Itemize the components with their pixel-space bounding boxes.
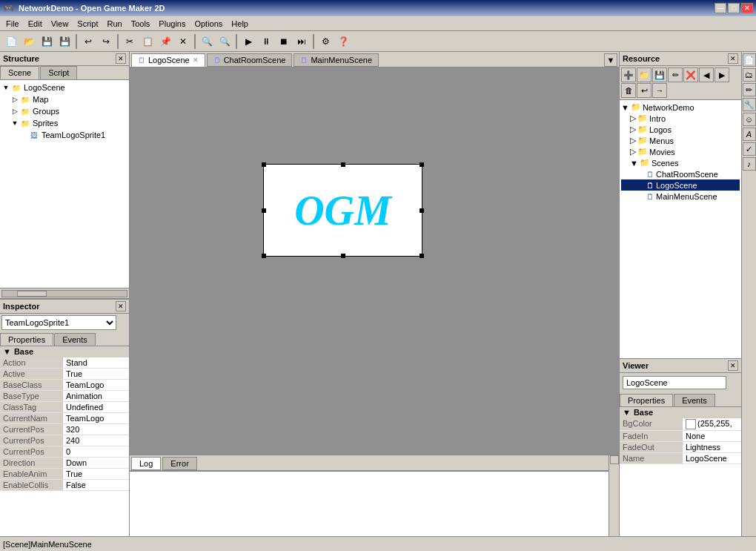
tree-item-teamlogosprite[interactable]: 🖼 TeamLogoSprite1 [1, 129, 127, 141]
handle-br[interactable] [420, 254, 424, 258]
menu-help[interactable]: Help [227, 18, 253, 30]
tree-item-map[interactable]: ▷ 📁 Map [1, 93, 127, 105]
tb-help[interactable]: ❓ [335, 33, 351, 50]
inspector-object-select[interactable]: TeamLogoSprite1 [1, 315, 116, 330]
tb-stop[interactable]: ⏹ [276, 33, 292, 50]
menu-file[interactable]: File [1, 18, 24, 30]
hscroll-track[interactable] [1, 290, 127, 297]
structure-hscroll[interactable] [0, 288, 129, 298]
handle-tl[interactable] [262, 162, 266, 167]
tb-delete[interactable]: ✕ [175, 33, 191, 50]
side-icon-music[interactable]: ♪ [743, 157, 756, 171]
scene-tab-dropdown[interactable]: ▼ [604, 53, 617, 67]
res-btn-add[interactable]: ➕ [621, 67, 636, 82]
log-tab-log[interactable]: Log [131, 457, 161, 470]
side-icon-smiley[interactable]: ☺ [743, 113, 756, 126]
handle-bm[interactable] [341, 254, 345, 258]
res-item-movies[interactable]: ▷ 📁 Movies [621, 146, 740, 157]
structure-close[interactable]: ✕ [116, 53, 126, 64]
log-scrollbar[interactable] [609, 455, 619, 536]
inspector-prop-scroll[interactable]: Action Stand Active True BaseClass TeamL… [0, 357, 129, 521]
scene-tab-logoscene[interactable]: 🗒 LogoScene ✕ [131, 53, 205, 67]
hscroll-thumb[interactable] [17, 291, 47, 297]
close-button[interactable]: ✕ [741, 3, 753, 13]
side-icon-edit[interactable]: ✏ [743, 83, 756, 96]
viewer-close[interactable]: ✕ [728, 360, 738, 371]
scene-tab-close-logo[interactable]: ✕ [193, 56, 199, 64]
side-icon-folder[interactable]: 🗂 [743, 68, 756, 82]
tb-settings[interactable]: ⚙ [317, 33, 334, 50]
prop-tab-events[interactable]: Events [54, 333, 96, 346]
res-btn-folder[interactable]: 📁 [637, 67, 651, 82]
prop-tab-properties[interactable]: Properties [0, 333, 53, 346]
viewer-tab-events[interactable]: Events [674, 394, 715, 406]
res-item-intro[interactable]: ▷ 📁 Intro [621, 113, 740, 124]
menu-options[interactable]: Options [190, 18, 227, 30]
expand-icon[interactable]: ▼ [3, 347, 11, 356]
res-btn-trash[interactable]: 🗑 [621, 83, 636, 98]
menu-run[interactable]: Run [102, 18, 126, 30]
tb-save2[interactable]: 💾 [56, 33, 73, 50]
viewer-expand-icon[interactable]: ▼ [623, 408, 631, 417]
menu-tools[interactable]: Tools [127, 18, 155, 30]
side-icon-wrench[interactable]: 🔧 [743, 98, 756, 111]
tb-paste[interactable]: 📌 [157, 33, 173, 50]
res-toggle-scenes[interactable]: ▼ [630, 159, 638, 168]
handle-tm[interactable] [341, 162, 345, 167]
tb-new[interactable]: 📄 [3, 33, 19, 50]
res-toggle-intro[interactable]: ▷ [630, 113, 636, 123]
res-item-logos[interactable]: ▷ 📁 Logos [621, 124, 740, 135]
log-scroll-thumb[interactable] [610, 455, 619, 464]
res-item-logoscene[interactable]: ▷ 🗒 LogoScene [621, 179, 740, 191]
canvas-area[interactable]: OGM [130, 67, 619, 455]
tree-toggle-logoscene[interactable]: ▼ [1, 84, 10, 91]
res-btn-fwd[interactable]: ▶ [714, 67, 729, 82]
tree-toggle-map[interactable]: ▷ [10, 96, 19, 103]
tb-pause[interactable]: ⏸ [258, 33, 274, 50]
res-btn-edit[interactable]: ✏ [668, 67, 683, 82]
side-icon-newfile[interactable]: 📄 [743, 53, 756, 67]
tree-toggle-groups[interactable]: ▷ [10, 108, 19, 115]
sprite-box[interactable]: OGM [263, 164, 422, 257]
tb-undo[interactable]: ↩ [80, 33, 96, 50]
tb-open[interactable]: 📂 [21, 33, 37, 50]
tab-scene[interactable]: Scene [0, 66, 39, 79]
handle-bl[interactable] [262, 254, 266, 258]
scene-tab-chatroomscene[interactable]: 🗒 ChatRoomScene [207, 53, 293, 67]
tree-item-logoscene[interactable]: ▼ 📁 LogoScene [1, 82, 127, 93]
res-item-scenes[interactable]: ▼ 📁 Scenes [621, 157, 740, 168]
tree-item-sprites[interactable]: ▼ 📁 Sprites [1, 117, 127, 129]
menu-script[interactable]: Script [73, 18, 102, 30]
res-toggle-networkdemo[interactable]: ▼ [621, 103, 629, 112]
res-btn-delete[interactable]: ❌ [683, 67, 698, 82]
res-toggle-menus[interactable]: ▷ [630, 136, 636, 145]
res-item-chatroomscene[interactable]: ▷ 🗒 ChatRoomScene [621, 168, 740, 179]
minimize-button[interactable]: — [714, 3, 726, 13]
handle-mr[interactable] [420, 208, 424, 213]
res-item-networkdemo[interactable]: ▼ 📁 NetworkDemo [621, 102, 740, 113]
res-toggle-movies[interactable]: ▷ [630, 147, 636, 156]
tb-cut[interactable]: ✂ [122, 33, 138, 50]
log-tab-error[interactable]: Error [162, 457, 196, 470]
menu-view[interactable]: View [47, 18, 73, 30]
viewer-tab-properties[interactable]: Properties [620, 394, 673, 406]
tb-step[interactable]: ⏭ [294, 33, 310, 50]
handle-tr[interactable] [420, 162, 424, 167]
res-btn-arrow[interactable]: → [652, 83, 667, 98]
res-btn-back[interactable]: ◀ [699, 67, 714, 82]
resource-close[interactable]: ✕ [728, 53, 738, 64]
maximize-button[interactable]: □ [728, 3, 740, 13]
res-item-mainmenuscene[interactable]: ▷ 🗒 MainMenuScene [621, 191, 740, 202]
res-toggle-logos[interactable]: ▷ [630, 125, 636, 134]
tb-zoom-out[interactable]: 🔍 [216, 33, 233, 50]
tb-save[interactable]: 💾 [39, 33, 55, 50]
res-btn-save[interactable]: 💾 [652, 67, 667, 82]
res-item-menus[interactable]: ▷ 📁 Menus [621, 135, 740, 146]
menu-edit[interactable]: Edit [24, 18, 47, 30]
tb-zoom-in[interactable]: 🔍 [199, 33, 215, 50]
tree-toggle-sprites[interactable]: ▼ [10, 119, 19, 127]
inspector-close[interactable]: ✕ [116, 301, 126, 311]
menu-plugins[interactable]: Plugins [154, 18, 190, 30]
res-btn-undo[interactable]: ↩ [637, 83, 651, 98]
tb-redo[interactable]: ↪ [98, 33, 114, 50]
